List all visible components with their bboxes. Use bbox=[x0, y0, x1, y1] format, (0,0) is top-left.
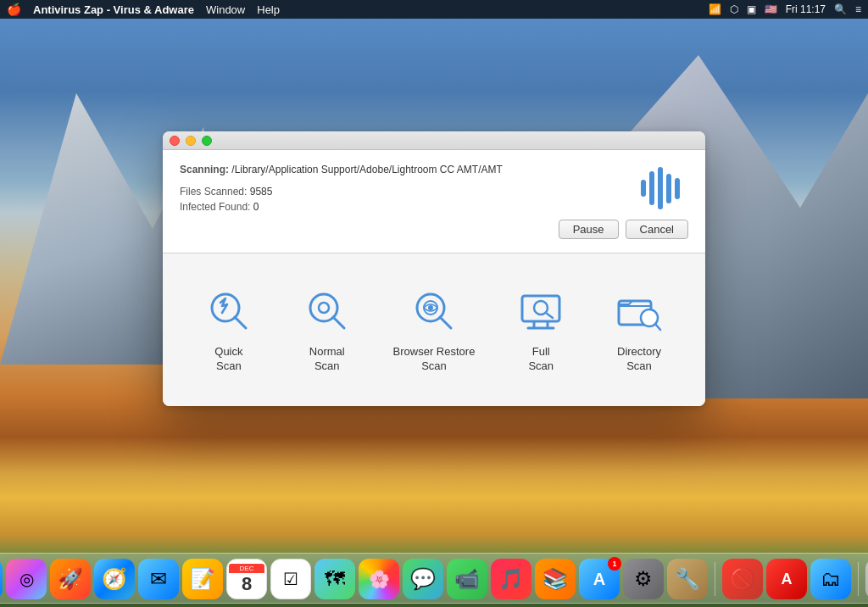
normal-scan-label: NormalScan bbox=[309, 345, 345, 374]
dock-icon-finder2[interactable]: 🗂 bbox=[810, 559, 851, 599]
books-icon: 📚 bbox=[542, 567, 568, 591]
scan-options-area: QuickScan NormalScan Browser RestoreScan bbox=[163, 253, 705, 406]
quick-scan-option[interactable]: QuickScan bbox=[186, 279, 271, 381]
dock-icon-reminders[interactable]: ☑ bbox=[270, 559, 311, 599]
wave-bar-3 bbox=[658, 167, 663, 209]
facetime-icon: 📹 bbox=[454, 567, 480, 591]
svg-point-8 bbox=[428, 305, 433, 310]
dock-icon-finder[interactable]: 🖥 bbox=[0, 559, 3, 599]
clementine-icon: 🔧 bbox=[675, 567, 700, 591]
scanning-row: Scanning: /Library/Application Support/A… bbox=[180, 164, 688, 213]
search-icon[interactable]: 🔍 bbox=[834, 3, 847, 15]
close-button[interactable] bbox=[170, 136, 180, 146]
svg-line-17 bbox=[655, 324, 660, 330]
maximize-button[interactable] bbox=[202, 136, 212, 146]
full-scan-label: FullScan bbox=[528, 345, 554, 374]
wave-bar-1 bbox=[641, 180, 646, 197]
photos-icon: 🌸 bbox=[369, 569, 390, 589]
quick-scan-icon bbox=[203, 286, 254, 337]
messages-icon: 💬 bbox=[410, 567, 436, 591]
clock: Fri 11:17 bbox=[786, 3, 826, 15]
dock-icon-launchpad[interactable]: 🚀 bbox=[50, 559, 91, 599]
svg-line-1 bbox=[235, 317, 246, 328]
svg-line-3 bbox=[333, 317, 344, 328]
full-scan-icon bbox=[515, 286, 566, 337]
full-scan-option[interactable]: FullScan bbox=[498, 279, 583, 381]
dock-icon-books[interactable]: 📚 bbox=[535, 559, 576, 599]
svg-point-4 bbox=[319, 303, 329, 313]
dock-icon-messages[interactable]: 💬 bbox=[403, 559, 443, 599]
browser-restore-scan-icon bbox=[409, 286, 459, 337]
finder2-icon: 🗂 bbox=[821, 567, 841, 591]
siri-icon: ◎ bbox=[19, 569, 34, 589]
dock-icon-acrobat[interactable]: A bbox=[766, 559, 807, 599]
infected-found-label: Infected Found: bbox=[180, 201, 250, 213]
window-content: Scanning: /Library/Application Support/A… bbox=[163, 150, 705, 253]
quick-scan-label: QuickScan bbox=[214, 345, 242, 374]
pause-button[interactable]: Pause bbox=[559, 220, 619, 239]
menubar: 🍎 Antivirus Zap - Virus & Adware Window … bbox=[0, 0, 868, 19]
waveform-animation bbox=[641, 164, 688, 209]
dock-icon-clementine[interactable]: 🔧 bbox=[667, 559, 708, 599]
browser-restore-scan-option[interactable]: Browser RestoreScan bbox=[383, 279, 486, 381]
maps-icon: 🗺 bbox=[325, 567, 345, 591]
normal-scan-option[interactable]: NormalScan bbox=[285, 279, 370, 381]
wifi-icon: 📶 bbox=[709, 3, 721, 15]
app-window: Scanning: /Library/Application Support/A… bbox=[163, 131, 705, 406]
dock-icon-music[interactable]: 🎵 bbox=[491, 559, 531, 599]
wave-bar-5 bbox=[675, 178, 680, 199]
notes-icon: 📝 bbox=[190, 567, 215, 591]
svg-line-14 bbox=[546, 313, 553, 318]
dock-icon-safari[interactable]: 🧭 bbox=[94, 559, 135, 599]
launchpad-icon: 🚀 bbox=[58, 567, 83, 591]
wave-bar-2 bbox=[649, 171, 654, 205]
mail-icon: ✉ bbox=[150, 567, 167, 591]
display-icon: ▣ bbox=[747, 3, 756, 15]
apple-menu[interactable]: 🍎 bbox=[7, 3, 21, 16]
files-scanned-row: Files Scanned: 9585 bbox=[180, 186, 641, 198]
browser-restore-scan-label: Browser RestoreScan bbox=[393, 345, 476, 374]
window-menu[interactable]: Window bbox=[206, 3, 245, 16]
antivirus-icon: 🚫 bbox=[730, 567, 755, 591]
calendar-month: DEC bbox=[229, 564, 264, 573]
reminders-icon: ☑ bbox=[283, 569, 298, 589]
dock-icon-facetime[interactable]: 📹 bbox=[447, 559, 487, 599]
directory-scan-option[interactable]: DirectoryScan bbox=[597, 279, 682, 381]
scanning-path-row: Scanning: /Library/Application Support/A… bbox=[180, 164, 641, 175]
scan-stats: Files Scanned: 9585 Infected Found: 0 bbox=[180, 186, 641, 213]
safari-icon: 🧭 bbox=[102, 567, 127, 591]
dock-icon-system-preferences[interactable]: ⚙ bbox=[623, 559, 664, 599]
dock-separator bbox=[715, 562, 715, 596]
menubar-left: 🍎 Antivirus Zap - Virus & Adware Window … bbox=[7, 3, 280, 16]
dock-icon-mail[interactable]: ✉ bbox=[138, 559, 179, 599]
infected-found-row: Infected Found: 0 bbox=[180, 201, 641, 213]
dock-icon-antivirus[interactable]: 🚫 bbox=[722, 559, 763, 599]
dock-icon-siri[interactable]: ◎ bbox=[6, 559, 47, 599]
music-icon: 🎵 bbox=[498, 567, 524, 591]
button-row: Pause Cancel bbox=[180, 213, 688, 241]
dock-icon-maps[interactable]: 🗺 bbox=[314, 559, 355, 599]
acrobat-icon: A bbox=[782, 571, 793, 588]
directory-scan-label: DirectoryScan bbox=[617, 345, 661, 374]
help-menu[interactable]: Help bbox=[257, 3, 280, 16]
dock-icon-calendar[interactable]: DEC 8 bbox=[226, 559, 267, 599]
cancel-button[interactable]: Cancel bbox=[626, 220, 688, 239]
control-center-icon[interactable]: ≡ bbox=[855, 3, 861, 15]
svg-line-6 bbox=[440, 317, 451, 328]
files-scanned-label: Files Scanned: bbox=[180, 186, 247, 198]
window-titlebar bbox=[163, 131, 705, 150]
dock-icon-notes[interactable]: 📝 bbox=[182, 559, 223, 599]
directory-scan-icon bbox=[614, 286, 665, 337]
bluetooth-icon: ⬡ bbox=[730, 3, 738, 15]
dock-icon-photos[interactable]: 🌸 bbox=[359, 559, 399, 599]
scanning-label: Scanning: bbox=[180, 164, 229, 175]
dock-icon-appstore[interactable]: A 1 bbox=[579, 559, 620, 599]
appstore-icon: A bbox=[593, 570, 605, 589]
scanning-path-value: /Library/Application Support/Adobe/Light… bbox=[231, 164, 502, 175]
menubar-right: 📶 ⬡ ▣ 🇺🇸 Fri 11:17 🔍 ≡ bbox=[709, 3, 861, 15]
minimize-button[interactable] bbox=[186, 136, 196, 146]
language-flag: 🇺🇸 bbox=[765, 3, 777, 15]
appstore-badge: 1 bbox=[608, 557, 621, 571]
app-name-menu[interactable]: Antivirus Zap - Virus & Adware bbox=[33, 3, 194, 16]
calendar-day: 8 bbox=[242, 573, 252, 595]
